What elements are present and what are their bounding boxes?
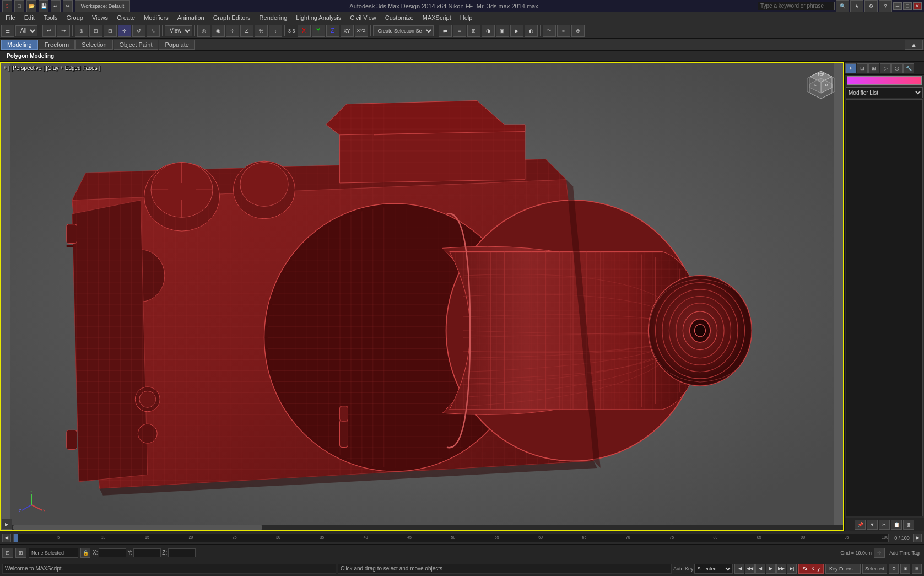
next-key-btn[interactable]: ▶▶ — [776, 564, 786, 574]
close-btn[interactable]: ✕ — [913, 2, 922, 10]
curve-editor-btn[interactable]: 〜 — [543, 25, 556, 37]
x-axis-btn[interactable]: X — [298, 25, 311, 37]
align-btn[interactable]: ≡ — [453, 25, 466, 37]
menu-civil-view[interactable]: Civil View — [345, 13, 380, 22]
utilities-icon-btn[interactable]: 🔧 — [903, 63, 914, 73]
auto-key-dropdown[interactable]: Selected — [694, 564, 733, 574]
dope-sheet-btn[interactable]: ≈ — [557, 25, 570, 37]
viewport-config-btn[interactable]: ◉ — [900, 564, 910, 574]
menu-group[interactable]: Group — [62, 13, 88, 22]
transform-lock-btn[interactable]: 🔒 — [80, 548, 90, 558]
layer-btn[interactable]: ⊞ — [467, 25, 480, 37]
xyz-btn[interactable]: XYZ — [355, 25, 368, 37]
z-axis-btn[interactable]: Z — [326, 25, 339, 37]
modify-icon-btn[interactable]: ⊡ — [857, 63, 868, 73]
search-input[interactable] — [758, 2, 835, 10]
viewport-canvas[interactable]: X Y Z ▶ — [1, 63, 843, 530]
window-crossing-btn[interactable]: ⊟ — [104, 25, 117, 37]
schematic-btn[interactable]: ⊗ — [571, 25, 585, 37]
mirror-btn[interactable]: ⇄ — [439, 25, 452, 37]
delete-btn[interactable]: 🗑 — [903, 520, 914, 530]
search-icon[interactable]: 🔍 — [836, 0, 849, 12]
create-selection-dropdown[interactable]: Create Selection Se — [373, 25, 434, 36]
tab-modeling[interactable]: Modeling — [1, 40, 38, 50]
view-dropdown[interactable]: View — [165, 25, 192, 36]
timeline-position-indicator[interactable] — [14, 534, 18, 542]
z-coord-input[interactable] — [168, 548, 196, 557]
rotate-btn[interactable]: ↺ — [132, 25, 145, 37]
menu-customize[interactable]: Customize — [381, 13, 418, 22]
y-axis-btn[interactable]: Y — [312, 25, 325, 37]
menu-tools[interactable]: Tools — [39, 13, 62, 22]
tab-expand[interactable]: ▲ — [905, 40, 923, 50]
select-region-btn[interactable]: ⊡ — [89, 25, 102, 37]
redo-tool-btn[interactable]: ↪ — [57, 25, 70, 37]
select-btn[interactable]: ⊕ — [75, 25, 88, 37]
display-icon-btn[interactable]: ◎ — [891, 63, 903, 73]
menu-maxscript[interactable]: MAXScript — [418, 13, 456, 22]
grid-toggle-btn[interactable]: ⊹ — [874, 548, 885, 558]
viewport-play-btn[interactable]: ▶ — [1, 519, 12, 530]
pivot-btn[interactable]: ◉ — [212, 25, 225, 37]
prev-key-btn[interactable]: ◀ — [755, 564, 765, 574]
color-swatch[interactable] — [847, 76, 922, 85]
timeline-slider[interactable]: 0 5 10 15 20 25 30 35 40 45 50 55 60 65 … — [13, 534, 889, 542]
scrollbar-thumb-h[interactable] — [13, 525, 262, 530]
tab-populate[interactable]: Populate — [159, 40, 194, 50]
viewport-scrollbar-h[interactable] — [12, 525, 843, 530]
paste-btn[interactable]: 📋 — [891, 520, 902, 530]
nav-cube[interactable]: TOP R L — [804, 68, 837, 101]
key-filters-btn[interactable]: Key Filters... — [825, 564, 861, 574]
ref-coord-btn[interactable]: ◎ — [197, 25, 210, 37]
menu-animation[interactable]: Animation — [173, 13, 209, 22]
new-btn[interactable]: □ — [14, 0, 24, 12]
open-btn[interactable]: 📂 — [26, 0, 36, 12]
go-to-start-btn[interactable]: |◀ — [734, 564, 744, 574]
modifier-list-dropdown[interactable]: Modifier List — [846, 87, 923, 98]
menu-edit[interactable]: Edit — [20, 13, 39, 22]
minimize-btn[interactable]: ─ — [893, 2, 902, 10]
active-shade-btn[interactable]: ◐ — [525, 25, 538, 37]
go-to-end-btn[interactable]: ▶| — [787, 564, 797, 574]
selection-filter-dropdown[interactable]: All — [15, 25, 37, 36]
xy-plane-btn[interactable]: XY — [341, 25, 354, 37]
help-icon[interactable]: ? — [879, 0, 892, 12]
set-key-btn[interactable]: Set Key — [798, 564, 824, 574]
menu-rendering[interactable]: Rendering — [255, 13, 292, 22]
scale-btn[interactable]: ⤡ — [147, 25, 160, 37]
hierarchy-icon-btn[interactable]: ⊞ — [868, 63, 879, 73]
render-btn[interactable]: ▶ — [510, 25, 523, 37]
menu-views[interactable]: Views — [88, 13, 112, 22]
x-coord-input[interactable] — [99, 548, 126, 557]
create-icon-btn[interactable]: ✦ — [845, 63, 856, 73]
tab-freeform[interactable]: Freeform — [39, 40, 75, 50]
undo-tool-btn[interactable]: ↩ — [42, 25, 56, 37]
tab-selection[interactable]: Selection — [75, 40, 112, 50]
navigation-btn[interactable]: ⊞ — [912, 564, 922, 574]
material-btn[interactable]: ◑ — [482, 25, 495, 37]
percent-snap-btn[interactable]: % — [255, 25, 268, 37]
selection-lock-btn[interactable]: ⊡ — [2, 548, 13, 558]
workspace-dropdown[interactable]: Workspace: Default — [75, 0, 130, 12]
save-btn[interactable]: 💾 — [39, 0, 48, 12]
app-icon[interactable]: 3 — [2, 0, 12, 12]
navigate-down-btn[interactable]: ▼ — [867, 520, 878, 530]
menu-create[interactable]: Create — [112, 13, 139, 22]
undo-btn[interactable]: ↩ — [51, 0, 61, 12]
tab-object-paint[interactable]: Object Paint — [114, 40, 159, 50]
timeline-prev-btn[interactable]: ◀ — [2, 534, 11, 542]
render-setup-btn[interactable]: ▣ — [496, 25, 509, 37]
time-config-btn[interactable]: ⚙ — [889, 564, 899, 574]
angle-snap-btn[interactable]: ∠ — [240, 25, 253, 37]
pin-btn[interactable]: 📌 — [855, 520, 866, 530]
motion-icon-btn[interactable]: ▷ — [880, 63, 891, 73]
y-coord-input[interactable] — [133, 548, 161, 557]
select-filter-icon[interactable]: ☰ — [1, 25, 14, 37]
bookmark-icon[interactable]: ★ — [850, 0, 863, 12]
play-btn-ctrl[interactable]: ▶ — [766, 564, 776, 574]
spinner-snap-btn[interactable]: ↕ — [269, 25, 282, 37]
menu-graph-editors[interactable]: Graph Editors — [209, 13, 255, 22]
menu-file[interactable]: File — [1, 13, 20, 22]
move-btn[interactable]: ✛ — [118, 25, 131, 37]
maximize-btn[interactable]: □ — [903, 2, 912, 10]
